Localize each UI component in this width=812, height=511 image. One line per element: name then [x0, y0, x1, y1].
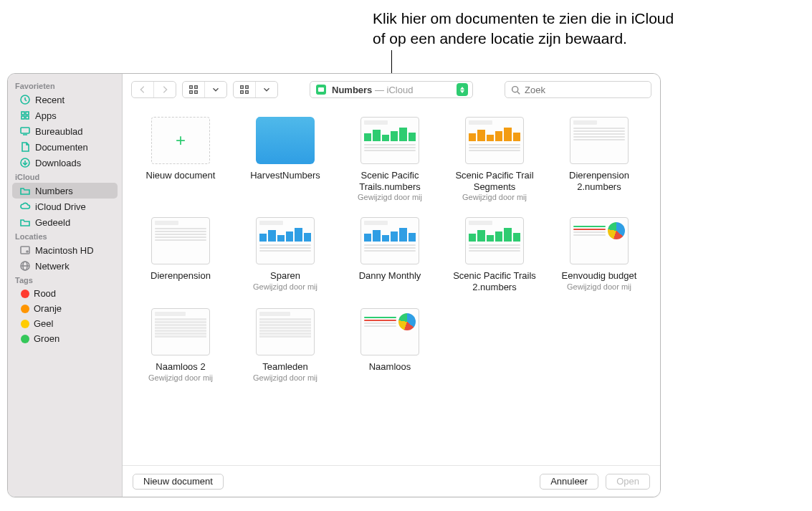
sidebar-item-label: Geel	[34, 318, 53, 329]
item-title: Dierenpension	[151, 270, 211, 282]
sidebar-section-header: Tags	[8, 274, 122, 286]
sidebar-item-groen[interactable]: Groen	[12, 331, 118, 346]
numbers-app-icon	[316, 85, 326, 95]
tag-dot-icon	[21, 335, 29, 343]
group-by-chevron[interactable]	[255, 82, 277, 97]
item-title: Scenic Pacific Trails 2.numbers	[445, 270, 544, 292]
location-text: Numbers — iCloud	[332, 85, 451, 95]
sidebar-item-numbers[interactable]: Numbers	[12, 183, 118, 199]
new-document-button[interactable]: Nieuw document	[133, 474, 224, 489]
open-button[interactable]: Open	[606, 474, 650, 489]
svg-rect-2	[26, 112, 29, 115]
document-tile[interactable]: Scenic Pacific Trail SegmentsGewijzigd d…	[444, 117, 545, 201]
desktop-icon	[19, 125, 31, 137]
sidebar-item-gedeeld[interactable]: Gedeeld	[12, 214, 118, 230]
folder-tile[interactable]: HarvestNumbers	[234, 117, 336, 201]
file-browser[interactable]: +Nieuw documentHarvestNumbersScenic Paci…	[123, 104, 660, 465]
sidebar-item-macintosh-hd[interactable]: Macintosh HD	[12, 242, 118, 258]
item-subtitle: Gewijzigd door mij	[253, 373, 317, 382]
document-tile[interactable]: Naamloos 2Gewijzigd door mij	[130, 308, 231, 382]
sidebar-item-recent[interactable]: Recent	[12, 92, 118, 108]
item-title: HarvestNumbers	[250, 170, 320, 181]
disk-icon	[19, 244, 31, 256]
item-title: Teamleden	[262, 361, 308, 373]
folder-icon	[19, 185, 31, 196]
sidebar-item-netwerk[interactable]: Netwerk	[12, 258, 118, 274]
group-segment	[233, 81, 278, 98]
sidebar-item-apps[interactable]: Apps	[12, 108, 118, 123]
sidebar-item-label: Macintosh HD	[35, 245, 94, 256]
document-tile[interactable]: TeamledenGewijzigd door mij	[234, 308, 336, 382]
document-tile[interactable]: Scenic Pacific Trails.numbersGewijzigd d…	[339, 117, 441, 201]
sidebar-item-rood[interactable]: Rood	[12, 286, 118, 301]
svg-point-21	[512, 86, 518, 92]
clock-icon	[19, 94, 31, 105]
item-subtitle: Gewijzigd door mij	[253, 282, 317, 291]
group-by-button[interactable]	[234, 82, 255, 97]
item-title: Naamloos 2	[156, 361, 205, 373]
sidebar-item-oranje[interactable]: Oranje	[12, 301, 118, 316]
svg-rect-4	[26, 116, 29, 119]
svg-rect-3	[22, 116, 24, 119]
doc-icon	[19, 141, 31, 153]
icon-view-button[interactable]	[183, 82, 204, 97]
sidebar-item-geel[interactable]: Geel	[12, 316, 118, 331]
callout-line1: Klik hier om documenten te zien die in i…	[373, 10, 674, 27]
sidebar: FavorietenRecentAppsBureaubladDocumenten…	[8, 74, 123, 497]
item-title: Danny Monthly	[359, 270, 421, 282]
shared-icon	[19, 216, 31, 228]
annotation-callout: Klik hier om documenten te zien die in i…	[373, 9, 812, 49]
sidebar-item-label: Gedeeld	[35, 217, 70, 228]
item-title: Nieuw document	[146, 170, 216, 181]
svg-rect-8	[21, 247, 29, 254]
search-field[interactable]	[505, 81, 651, 98]
cancel-button[interactable]: Annuleer	[540, 474, 598, 489]
sidebar-item-documenten[interactable]: Documenten	[12, 139, 118, 155]
document-tile[interactable]: SparenGewijzigd door mij	[234, 217, 336, 292]
sidebar-item-icloud-drive[interactable]: iCloud Drive	[12, 199, 118, 214]
sidebar-item-label: Bureaublad	[35, 126, 83, 137]
document-tile[interactable]: Danny Monthly	[339, 217, 441, 292]
sidebar-item-label: iCloud Drive	[35, 201, 86, 212]
main-panel: Numbers — iCloud +Nieuw documentHarvestN…	[123, 74, 660, 497]
tag-dot-icon	[21, 305, 29, 313]
sidebar-item-label: Oranje	[34, 303, 62, 314]
svg-rect-5	[21, 128, 29, 133]
item-title: Sparen	[270, 270, 300, 282]
forward-button[interactable]	[153, 82, 176, 97]
sidebar-item-downloads[interactable]: Downloads	[12, 155, 118, 171]
sidebar-item-label: Apps	[35, 110, 57, 121]
sidebar-item-label: Netwerk	[35, 261, 70, 272]
item-title: Naamloos	[369, 361, 411, 373]
view-mode-segment	[182, 81, 227, 98]
item-title: Scenic Pacific Trail Segments	[445, 170, 544, 192]
dialog-footer: Nieuw document Annuleer Open	[123, 465, 660, 497]
document-tile[interactable]: Naamloos	[339, 308, 441, 382]
tag-dot-icon	[21, 290, 29, 298]
item-subtitle: Gewijzigd door mij	[462, 193, 527, 201]
svg-rect-18	[246, 86, 249, 89]
location-popup[interactable]: Numbers — iCloud	[310, 81, 473, 98]
callout-line2: of op een andere locatie zijn bewaard.	[373, 30, 627, 47]
document-tile[interactable]: Dierenpension	[130, 217, 231, 292]
view-mode-chevron[interactable]	[204, 82, 226, 97]
new-document-tile[interactable]: +Nieuw document	[130, 117, 231, 201]
globe-icon	[19, 260, 31, 272]
item-subtitle: Gewijzigd door mij	[567, 282, 631, 291]
search-icon	[511, 85, 520, 95]
search-input[interactable]	[525, 85, 645, 95]
document-tile[interactable]: Dierenpension 2.numbers	[548, 117, 650, 201]
sidebar-item-label: Rood	[34, 288, 56, 299]
document-tile[interactable]: Scenic Pacific Trails 2.numbers	[444, 217, 545, 292]
sidebar-item-label: Documenten	[35, 142, 88, 153]
svg-rect-13	[190, 86, 193, 89]
sidebar-item-label: Recent	[35, 95, 65, 105]
sidebar-item-label: Groen	[34, 333, 59, 344]
back-button[interactable]	[132, 82, 153, 97]
svg-point-9	[27, 251, 28, 252]
svg-rect-20	[246, 91, 249, 94]
sidebar-item-bureaublad[interactable]: Bureaublad	[12, 123, 118, 139]
svg-rect-16	[195, 91, 198, 94]
document-tile[interactable]: Eenvoudig budgetGewijzigd door mij	[548, 217, 650, 292]
toolbar: Numbers — iCloud	[123, 74, 660, 104]
